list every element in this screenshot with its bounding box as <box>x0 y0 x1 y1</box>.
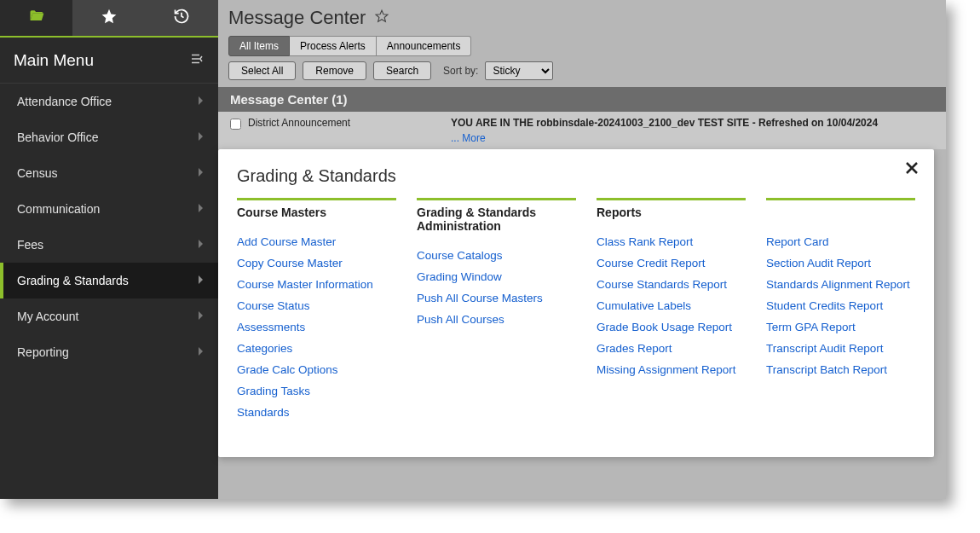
sidebar-item-behavior-office[interactable]: Behavior Office <box>0 119 218 155</box>
link-section-audit-report[interactable]: Section Audit Report <box>766 252 915 274</box>
chevron-right-icon <box>198 310 205 323</box>
link-report-card[interactable]: Report Card <box>766 231 915 252</box>
sidebar-item-label: Reporting <box>17 345 69 359</box>
sidebar-item-communication[interactable]: Communication <box>0 191 218 227</box>
link-transcript-batch-report[interactable]: Transcript Batch Report <box>766 359 915 380</box>
sidebar-item-grading-standards[interactable]: Grading & Standards <box>0 263 218 298</box>
link-standards-alignment-report[interactable]: Standards Alignment Report <box>766 274 915 295</box>
chevron-right-icon <box>198 202 205 216</box>
link-student-credits-report[interactable]: Student Credits Report <box>766 295 915 316</box>
chevron-right-icon <box>198 166 205 180</box>
sidebar-item-census[interactable]: Census <box>0 155 218 191</box>
action-row: Select All Remove Search Sort by: Sticky <box>218 61 946 87</box>
col-grading-standards-admin: Grading & Standards Administration Cours… <box>417 198 576 423</box>
link-grade-calc-options[interactable]: Grade Calc Options <box>237 359 396 380</box>
link-assessments[interactable]: Assessments <box>237 316 396 338</box>
history-icon <box>173 8 190 28</box>
message-body: YOU ARE IN THE robbinsdale-20241003_2100… <box>451 117 934 144</box>
chevron-right-icon <box>198 95 205 108</box>
link-push-all-course-masters[interactable]: Push All Course Masters <box>417 287 576 309</box>
tab-announcements[interactable]: Announcements <box>377 36 472 56</box>
sidebar-item-label: Census <box>17 166 57 180</box>
link-course-master-information[interactable]: Course Master Information <box>237 274 396 295</box>
link-grading-tasks[interactable]: Grading Tasks <box>237 380 396 402</box>
sidebar-item-label: My Account <box>17 310 78 323</box>
page-title: Message Center <box>228 7 366 29</box>
remove-button[interactable]: Remove <box>303 61 366 80</box>
flyout-title: Grading & Standards <box>237 166 915 186</box>
link-course-catalogs[interactable]: Course Catalogs <box>417 245 576 266</box>
chevron-right-icon <box>198 345 205 359</box>
chevron-right-icon <box>198 274 205 287</box>
more-link[interactable]: ... More <box>451 132 486 144</box>
sidebar-topbar <box>0 0 218 38</box>
message-row[interactable]: District Announcement YOU ARE IN THE rob… <box>218 112 946 149</box>
link-list: Report Card Section Audit Report Standar… <box>766 231 915 380</box>
message-center-tabs: All Items Process Alerts Announcements <box>228 36 936 56</box>
flyout-columns: Course Masters Add Course Master Copy Co… <box>237 198 915 423</box>
sidebar-item-label: Attendance Office <box>17 95 112 108</box>
col-head-blank <box>766 198 915 224</box>
sidebar-item-label: Communication <box>17 202 100 216</box>
message-center-section-head: Message Center (1) <box>218 87 946 112</box>
tab-all-items[interactable]: All Items <box>228 36 290 56</box>
link-push-all-courses[interactable]: Push All Courses <box>417 309 576 330</box>
message-checkbox[interactable] <box>230 119 241 130</box>
message-center-header: Message Center <box>218 0 946 32</box>
link-categories[interactable]: Categories <box>237 338 396 359</box>
col-head: Grading & Standards Administration <box>417 198 576 238</box>
link-standards[interactable]: Standards <box>237 402 396 423</box>
link-grade-book-usage-report[interactable]: Grade Book Usage Report <box>597 316 746 338</box>
star-icon <box>101 8 118 28</box>
sidebar-item-my-account[interactable]: My Account <box>0 298 218 334</box>
link-grades-report[interactable]: Grades Report <box>597 338 746 359</box>
favorite-star-icon[interactable] <box>374 9 389 27</box>
close-icon <box>905 163 919 177</box>
col-course-masters: Course Masters Add Course Master Copy Co… <box>237 198 396 423</box>
message-body-text: YOU ARE IN THE robbinsdale-20241003_2100… <box>451 117 878 129</box>
sidebar-item-attendance-office[interactable]: Attendance Office <box>0 84 218 119</box>
main-menu-title: Main Menu <box>14 51 94 70</box>
history-tab[interactable] <box>146 0 218 36</box>
chevron-right-icon <box>198 238 205 252</box>
sidebar-item-label: Behavior Office <box>17 130 98 144</box>
link-term-gpa-report[interactable]: Term GPA Report <box>766 316 915 338</box>
col-reports: Reports Class Rank Report Course Credit … <box>597 198 915 423</box>
collapse-icon[interactable] <box>189 51 205 70</box>
tab-process-alerts[interactable]: Process Alerts <box>290 36 377 56</box>
link-add-course-master[interactable]: Add Course Master <box>237 231 396 252</box>
col-head: Reports <box>597 198 746 224</box>
link-list: Add Course Master Copy Course Master Cou… <box>237 231 396 423</box>
folder-open-icon <box>28 8 45 28</box>
menu-list: Attendance Office Behavior Office Census… <box>0 84 218 370</box>
link-transcript-audit-report[interactable]: Transcript Audit Report <box>766 338 915 359</box>
link-list: Course Catalogs Grading Window Push All … <box>417 245 576 330</box>
link-grading-window[interactable]: Grading Window <box>417 266 576 287</box>
link-course-status[interactable]: Course Status <box>237 295 396 316</box>
link-cumulative-labels[interactable]: Cumulative Labels <box>597 295 746 316</box>
sidebar-item-fees[interactable]: Fees <box>0 227 218 263</box>
close-button[interactable] <box>905 161 919 178</box>
col-head: Course Masters <box>237 198 396 224</box>
link-list: Class Rank Report Course Credit Report C… <box>597 231 746 380</box>
sort-select[interactable]: Sticky <box>485 61 553 80</box>
message-title: District Announcement <box>248 117 444 129</box>
sidebar-item-label: Fees <box>17 238 43 252</box>
sidebar: Main Menu Attendance Office Behavior Off… <box>0 0 218 499</box>
sidebar-item-label: Grading & Standards <box>17 274 129 287</box>
search-button[interactable]: Search <box>373 61 431 80</box>
favorites-tab[interactable] <box>72 0 145 36</box>
link-class-rank-report[interactable]: Class Rank Report <box>597 231 746 252</box>
sidebar-item-reporting[interactable]: Reporting <box>0 334 218 370</box>
link-course-credit-report[interactable]: Course Credit Report <box>597 252 746 274</box>
link-missing-assignment-report[interactable]: Missing Assignment Report <box>597 359 746 380</box>
link-course-standards-report[interactable]: Course Standards Report <box>597 274 746 295</box>
chevron-right-icon <box>198 130 205 144</box>
main-menu-header: Main Menu <box>0 38 218 84</box>
sort-by-label: Sort by: <box>443 65 478 77</box>
folder-tab[interactable] <box>0 0 72 36</box>
grading-standards-flyout: Grading & Standards Course Masters Add C… <box>218 149 934 457</box>
select-all-button[interactable]: Select All <box>228 61 296 80</box>
link-copy-course-master[interactable]: Copy Course Master <box>237 252 396 274</box>
